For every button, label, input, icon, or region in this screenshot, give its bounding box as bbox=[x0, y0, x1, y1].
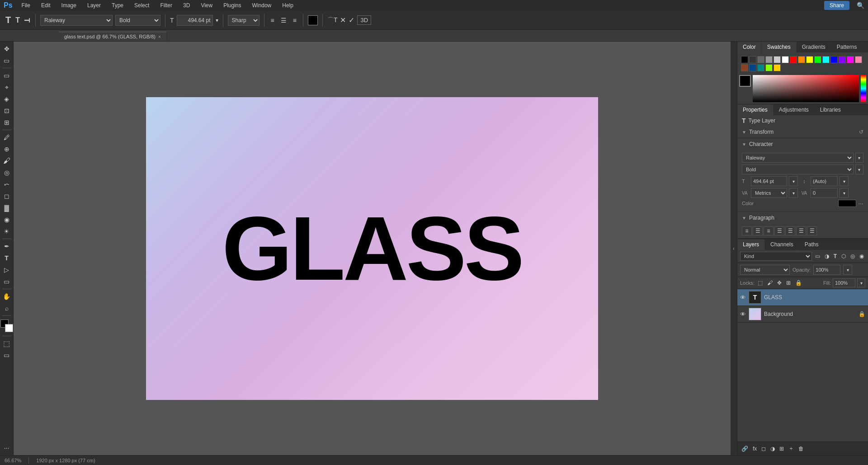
gradients-tab[interactable]: Gradients bbox=[797, 42, 831, 52]
swatch-gray[interactable] bbox=[757, 56, 764, 63]
fg-bg-colors[interactable] bbox=[0, 319, 13, 332]
text-color-swatch[interactable] bbox=[308, 15, 318, 25]
swatch-black[interactable] bbox=[741, 56, 748, 63]
history-brush-tool[interactable]: ⤺ bbox=[1, 179, 12, 190]
transform-refresh-icon[interactable]: ↺ bbox=[859, 129, 863, 135]
channels-tab[interactable]: Channels bbox=[765, 239, 799, 250]
tab-close-button[interactable]: × bbox=[158, 34, 161, 39]
antialiasing-select[interactable]: Sharp Smooth Strong Crisp None bbox=[228, 15, 259, 26]
font-style-select[interactable]: Bold Regular Italic bbox=[115, 15, 160, 26]
swatch-dark-gray[interactable] bbox=[749, 56, 756, 63]
screen-mode-button[interactable]: ▭ bbox=[1, 350, 12, 361]
clone-tool[interactable]: ◎ bbox=[1, 167, 12, 178]
para-justify-right[interactable]: ☰ bbox=[796, 226, 806, 235]
search-button[interactable]: 🔍 bbox=[857, 2, 864, 9]
document-tab[interactable]: glass text.psd @ 66.7% (GLASS, RGB/8) × bbox=[59, 32, 167, 41]
background-color[interactable] bbox=[5, 324, 13, 332]
fill-input[interactable] bbox=[833, 278, 855, 287]
commit-changes-button[interactable]: ✓ bbox=[349, 16, 354, 24]
swatch-gold[interactable] bbox=[774, 64, 781, 71]
align-center-button[interactable]: ☰ bbox=[279, 16, 288, 25]
lock-transparent-btn[interactable]: ⬚ bbox=[756, 279, 764, 287]
align-right-button[interactable]: ≡ bbox=[291, 16, 298, 25]
3d-button[interactable]: 3D bbox=[357, 15, 371, 25]
healing-tool[interactable]: ⊕ bbox=[1, 144, 12, 155]
extra-tools-button[interactable]: ··· bbox=[1, 442, 12, 453]
patterns-tab[interactable]: Patterns bbox=[831, 42, 863, 52]
blend-mode-select[interactable]: Normal Multiply Screen Overlay bbox=[740, 265, 790, 275]
menu-file[interactable]: File bbox=[20, 1, 32, 9]
layer-delete-btn[interactable]: 🗑 bbox=[797, 445, 805, 453]
shape-tool[interactable]: ▭ bbox=[1, 276, 12, 287]
layer-adjustment-btn[interactable]: ◑ bbox=[769, 445, 776, 453]
layer-group-btn[interactable]: ⊞ bbox=[778, 445, 785, 453]
char-leading-input[interactable] bbox=[811, 176, 838, 186]
menu-help[interactable]: Help bbox=[280, 1, 295, 9]
gradient-tool[interactable]: ▓ bbox=[1, 202, 12, 213]
char-more-button[interactable]: ··· bbox=[858, 200, 863, 207]
char-style-dropdown[interactable]: ▾ bbox=[855, 164, 863, 174]
filter-shape-btn[interactable]: ⬡ bbox=[840, 252, 847, 260]
menu-select[interactable]: Select bbox=[132, 1, 151, 9]
char-style-select[interactable]: Bold bbox=[742, 164, 854, 174]
font-size-input[interactable] bbox=[177, 15, 213, 26]
swatch-teal[interactable] bbox=[757, 64, 764, 71]
swatch-brown[interactable] bbox=[741, 64, 748, 71]
swatch-lighter-gray[interactable] bbox=[774, 56, 781, 63]
fg-color-box[interactable] bbox=[739, 75, 751, 87]
artboard-tool[interactable]: ▭ bbox=[1, 55, 12, 66]
crop-tool[interactable]: ⊡ bbox=[1, 105, 12, 116]
marquee-tool[interactable]: ▭ bbox=[1, 70, 12, 81]
lasso-tool[interactable]: ⌖ bbox=[1, 82, 12, 93]
swatch-navy[interactable] bbox=[749, 64, 756, 71]
swatch-pink[interactable] bbox=[855, 56, 862, 63]
swatch-purple[interactable] bbox=[839, 56, 846, 63]
warp-text-button[interactable]: ⌒T bbox=[327, 16, 338, 24]
quick-mask-button[interactable]: ⬚ bbox=[1, 338, 12, 349]
paths-tab[interactable]: Paths bbox=[799, 239, 825, 250]
pen-tool[interactable]: ✒ bbox=[1, 241, 12, 252]
char-size-input[interactable] bbox=[751, 176, 787, 186]
char-font-select[interactable]: Raleway bbox=[742, 153, 854, 163]
char-leading-dropdown[interactable]: ▾ bbox=[840, 176, 849, 186]
share-button[interactable]: Share bbox=[824, 1, 849, 10]
vertical-type-toggle[interactable]: T bbox=[23, 18, 31, 23]
layers-filter-select[interactable]: Kind bbox=[740, 252, 812, 261]
eraser-tool[interactable]: ◻ bbox=[1, 191, 12, 202]
hand-tool[interactable]: ✋ bbox=[1, 291, 12, 302]
para-justify-center[interactable]: ☰ bbox=[785, 226, 795, 235]
align-left-button[interactable]: ≡ bbox=[269, 16, 276, 25]
swatch-lime[interactable] bbox=[765, 64, 773, 71]
menu-filter[interactable]: Filter bbox=[158, 1, 174, 9]
fill-dropdown[interactable]: ▾ bbox=[857, 278, 865, 287]
layer-glass-visibility[interactable]: 👁 bbox=[740, 294, 746, 301]
lock-pixels-btn[interactable]: 🖌 bbox=[766, 279, 774, 287]
blur-tool[interactable]: ◉ bbox=[1, 214, 12, 225]
libraries-tab[interactable]: Libraries bbox=[815, 104, 847, 115]
swatch-red[interactable] bbox=[790, 56, 797, 63]
swatch-blue[interactable] bbox=[830, 56, 838, 63]
quick-select-tool[interactable]: ◈ bbox=[1, 94, 12, 104]
char-size-dropdown[interactable]: ▾ bbox=[789, 176, 798, 186]
menu-view[interactable]: View bbox=[199, 1, 214, 9]
layer-link-btn[interactable]: 🔗 bbox=[740, 445, 750, 453]
lock-position-btn[interactable]: ✥ bbox=[776, 279, 783, 287]
layer-style-btn[interactable]: fx bbox=[751, 445, 758, 453]
type-tool[interactable]: T bbox=[1, 253, 12, 263]
layer-background[interactable]: 👁 Background 🔒 bbox=[737, 306, 868, 323]
right-panel-collapse[interactable]: ‹ bbox=[731, 42, 737, 455]
swatch-green[interactable] bbox=[814, 56, 821, 63]
layer-glass[interactable]: 👁 T GLASS bbox=[737, 289, 868, 306]
zoom-tool[interactable]: ⌕ bbox=[1, 303, 12, 314]
layer-add-btn[interactable]: ＋ bbox=[787, 444, 795, 453]
menu-3d[interactable]: 3D bbox=[181, 1, 192, 9]
transform-section-header[interactable]: ▼ Transform ↺ bbox=[737, 126, 868, 138]
layers-tab[interactable]: Layers bbox=[737, 239, 765, 250]
menu-edit[interactable]: Edit bbox=[39, 1, 52, 9]
filter-adjustment-btn[interactable]: ◑ bbox=[823, 252, 830, 260]
color-gradient-area[interactable] bbox=[753, 75, 859, 102]
color-tab[interactable]: Color bbox=[737, 42, 762, 52]
swatch-yellow[interactable] bbox=[806, 56, 813, 63]
filter-toggle-btn[interactable]: ◉ bbox=[858, 252, 865, 260]
swatch-magenta[interactable] bbox=[847, 56, 854, 63]
